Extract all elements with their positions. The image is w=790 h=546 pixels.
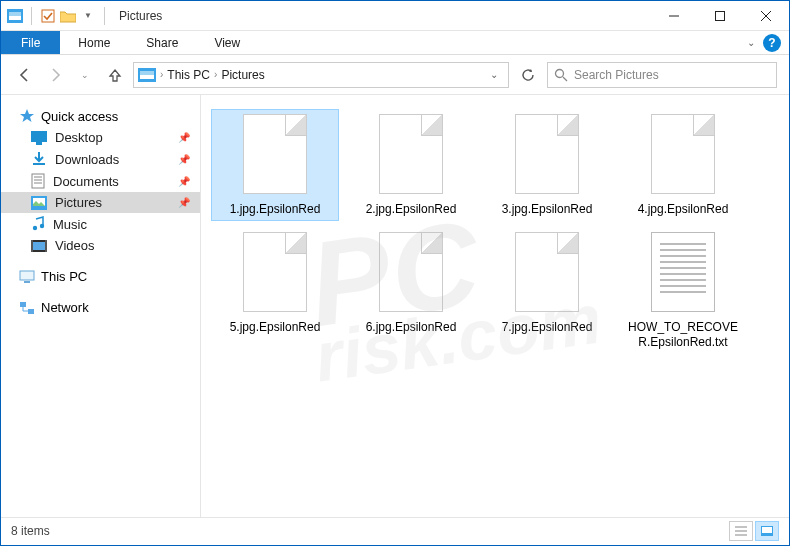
file-icon [507,114,587,198]
file-item[interactable]: 6.jpg.EpsilonRed [347,227,475,354]
sidebar-network[interactable]: Network [1,297,200,318]
sidebar-item-pictures[interactable]: Pictures 📌 [1,192,200,213]
svg-point-11 [556,69,564,77]
search-placeholder: Search Pictures [574,68,659,82]
breadcrumb-segment[interactable]: This PC [167,68,210,82]
ribbon: File Home Share View ⌄ ? [1,31,789,55]
navigation-bar: ⌄ › This PC › Pictures ⌄ Search Pictures [1,55,789,95]
file-tab[interactable]: File [1,31,60,54]
search-input[interactable]: Search Pictures [547,62,777,88]
svg-rect-27 [45,240,47,252]
refresh-button[interactable] [515,62,541,88]
svg-line-12 [563,77,567,81]
network-icon [19,301,35,315]
window-title: Pictures [119,9,162,23]
file-icon [371,114,451,198]
file-name: 3.jpg.EpsilonRed [502,202,593,216]
quick-access-group[interactable]: Quick access [1,105,200,127]
svg-rect-14 [36,142,42,145]
file-icon [507,232,587,316]
large-icons-view-button[interactable] [755,521,779,541]
properties-icon[interactable] [40,8,56,24]
status-bar: 8 items [1,517,789,543]
sidebar-item-downloads[interactable]: Downloads 📌 [1,148,200,170]
recent-locations-button[interactable]: ⌄ [73,63,97,87]
downloads-icon [31,151,47,167]
quick-access-toolbar: ▼ Pictures [7,7,162,25]
maximize-button[interactable] [697,1,743,31]
window-icon [7,8,23,24]
file-item[interactable]: 1.jpg.EpsilonRed [211,109,339,221]
window-controls [651,1,789,31]
file-item[interactable]: 5.jpg.EpsilonRed [211,227,339,354]
view-tab[interactable]: View [196,31,258,54]
documents-icon [31,173,45,189]
file-name: 7.jpg.EpsilonRed [502,320,593,334]
file-name: HOW_TO_RECOVER.EpsilonRed.txt [624,320,742,349]
star-icon [19,108,35,124]
svg-point-22 [33,226,37,230]
file-name: 6.jpg.EpsilonRed [366,320,457,334]
svg-rect-3 [42,10,54,22]
search-icon [554,68,568,82]
sidebar-item-desktop[interactable]: Desktop 📌 [1,127,200,148]
file-name: 5.jpg.EpsilonRed [230,320,321,334]
address-bar[interactable]: › This PC › Pictures ⌄ [133,62,509,88]
file-name: 4.jpg.EpsilonRed [638,202,729,216]
breadcrumb-segment[interactable]: Pictures [221,68,264,82]
files-pane[interactable]: 1.jpg.EpsilonRed2.jpg.EpsilonRed3.jpg.Ep… [201,95,789,517]
pin-icon: 📌 [178,176,190,187]
share-tab[interactable]: Share [128,31,196,54]
svg-rect-10 [140,71,154,75]
item-count: 8 items [11,524,50,538]
titlebar: ▼ Pictures [1,1,789,31]
forward-button[interactable] [43,63,67,87]
this-pc-icon [19,270,35,284]
file-name: 2.jpg.EpsilonRed [366,202,457,216]
file-name: 1.jpg.EpsilonRed [230,202,321,216]
file-icon [643,114,723,198]
content-area: Quick access Desktop 📌 Downloads 📌 Docum… [1,95,789,517]
svg-rect-25 [33,242,45,250]
text-file-icon [643,232,723,316]
svg-rect-36 [762,527,772,533]
details-view-button[interactable] [729,521,753,541]
file-icon [235,114,315,198]
back-button[interactable] [13,63,37,87]
help-icon[interactable]: ? [763,34,781,52]
sidebar-item-documents[interactable]: Documents 📌 [1,170,200,192]
home-tab[interactable]: Home [60,31,128,54]
close-button[interactable] [743,1,789,31]
new-folder-icon[interactable] [60,8,76,24]
file-item[interactable]: 7.jpg.EpsilonRed [483,227,611,354]
file-item[interactable]: 2.jpg.EpsilonRed [347,109,475,221]
sidebar-this-pc[interactable]: This PC [1,266,200,287]
ribbon-expand-icon[interactable]: ⌄ [747,37,755,48]
svg-rect-13 [31,131,47,142]
chevron-right-icon[interactable]: › [160,69,163,80]
chevron-right-icon[interactable]: › [214,69,217,80]
svg-rect-29 [24,281,30,283]
separator [104,7,105,25]
sidebar-item-videos[interactable]: Videos [1,235,200,256]
file-item[interactable]: HOW_TO_RECOVER.EpsilonRed.txt [619,227,747,354]
videos-icon [31,240,47,252]
svg-rect-5 [716,11,725,20]
svg-point-23 [40,224,44,228]
up-button[interactable] [103,63,127,87]
file-icon [371,232,451,316]
sidebar-item-music[interactable]: Music [1,213,200,235]
minimize-button[interactable] [651,1,697,31]
svg-rect-2 [9,12,21,16]
address-dropdown-icon[interactable]: ⌄ [484,69,504,80]
location-icon [138,68,156,82]
svg-rect-31 [28,309,34,314]
separator [31,7,32,25]
svg-rect-16 [32,174,44,188]
qat-dropdown-icon[interactable]: ▼ [80,8,96,24]
svg-rect-26 [31,240,33,252]
file-item[interactable]: 4.jpg.EpsilonRed [619,109,747,221]
file-item[interactable]: 3.jpg.EpsilonRed [483,109,611,221]
svg-rect-30 [20,302,26,307]
pin-icon: 📌 [178,154,190,165]
